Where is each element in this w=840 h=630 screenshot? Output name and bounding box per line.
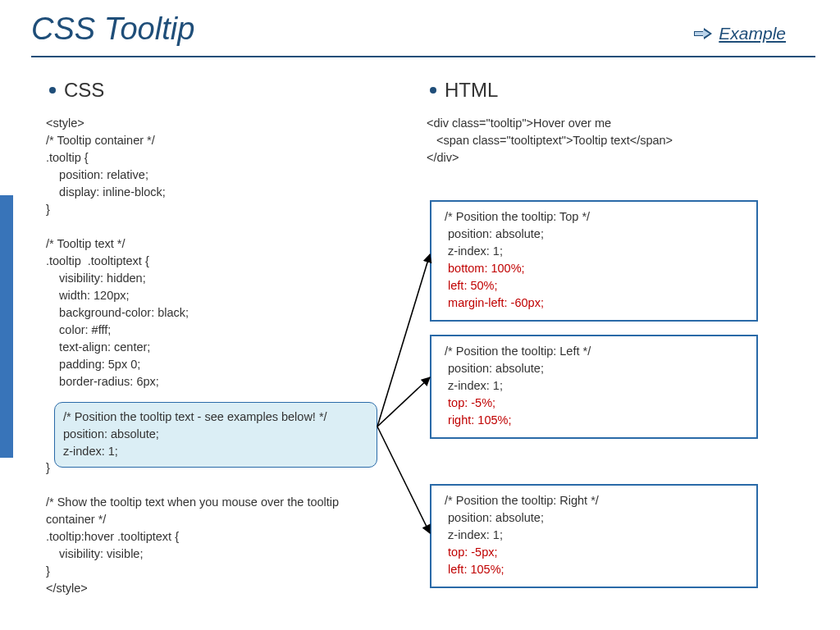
tooltip-right-box: /* Position the tooltip: Right */ positi… — [430, 484, 758, 588]
box-line: /* Position the tooltip: Left */ — [441, 345, 591, 358]
box-line: right: 105%; — [441, 413, 511, 427]
css-column: CSS <style> /* Tooltip container */ .too… — [46, 79, 419, 390]
html-column: HTML <div class="tooltip">Hover over me … — [427, 79, 800, 167]
box-line: z-index: 1; — [441, 528, 503, 541]
box-line: z-index: 1; — [441, 379, 503, 392]
css-heading: CSS — [64, 79, 104, 102]
html-code: <div class="tooltip">Hover over me <span… — [427, 115, 800, 167]
box-line: top: -5px; — [441, 546, 498, 559]
box-line: bottom: 100%; — [441, 262, 525, 275]
box-line: position: absolute; — [441, 227, 544, 240]
side-accent-strip — [0, 195, 13, 458]
bullet-icon — [430, 87, 436, 94]
box-line: left: 50%; — [441, 279, 498, 292]
slide-title: CSS Tooltip — [31, 11, 194, 47]
position-callout-box: /* Position the tooltip text - see examp… — [54, 402, 377, 468]
html-heading: HTML — [445, 79, 498, 102]
box-line: top: -5%; — [441, 396, 495, 409]
css-code-below: } /* Show the tooltip text when you mous… — [46, 459, 419, 597]
bullet-icon — [49, 87, 56, 94]
title-divider — [31, 56, 815, 57]
example-link-text[interactable]: Example — [719, 24, 786, 43]
example-link-group[interactable]: Example — [694, 24, 786, 43]
css-code-above: <style> /* Tooltip container */ .tooltip… — [46, 115, 419, 390]
title-row: CSS Tooltip Example — [31, 11, 810, 47]
box-line: /* Position the tooltip: Right */ — [441, 494, 599, 507]
box-line: /* Position the tooltip: Top */ — [441, 210, 590, 223]
tooltip-top-box: /* Position the tooltip: Top */ position… — [430, 200, 758, 322]
html-heading-row: HTML — [427, 79, 800, 102]
box-line: margin-left: -60px; — [441, 296, 544, 309]
box-line: z-index: 1; — [441, 244, 503, 258]
box-line: left: 105%; — [441, 563, 504, 576]
svg-rect-2 — [695, 32, 703, 35]
arrow-right-icon — [694, 28, 712, 39]
box-line: position: absolute; — [441, 362, 544, 375]
css-heading-row: CSS — [46, 79, 419, 102]
tooltip-left-box: /* Position the tooltip: Left */ positio… — [430, 335, 758, 439]
box-line: position: absolute; — [441, 511, 544, 524]
